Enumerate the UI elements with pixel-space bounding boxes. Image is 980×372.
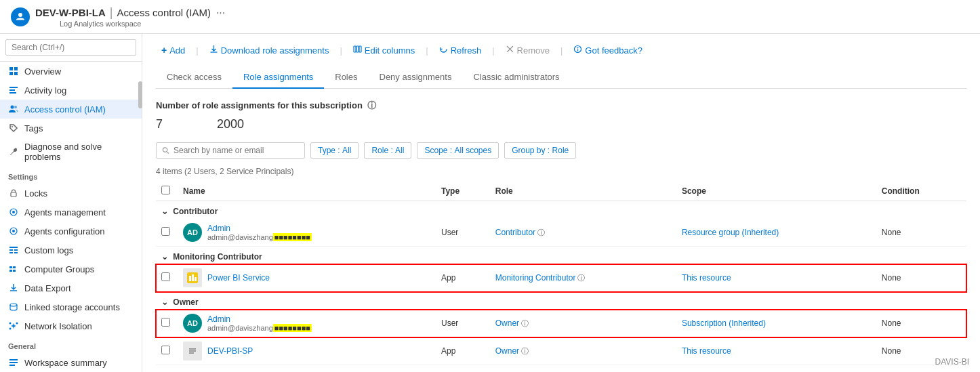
resource-name: DEV-W-PBI-LA [35,7,106,18]
svg-point-29 [9,328,12,330]
search-icon [162,146,169,154]
row-name-powerbi[interactable]: Power BI Service [207,273,270,283]
svg-rect-23 [9,270,12,272]
role-label: Role : [371,146,392,155]
tab-roles[interactable]: Roles [324,66,368,89]
row-checkbox[interactable] [161,227,170,236]
add-button[interactable]: + Add [156,42,190,58]
filter-search-box[interactable] [156,142,305,159]
search-input[interactable] [5,39,136,56]
row-condition: None [876,219,966,247]
role-link-powerbi[interactable]: Monitoring Contributor [495,273,576,283]
svg-point-44 [163,148,167,152]
sidebar-item-data-export[interactable]: Data Export [0,278,142,297]
svg-rect-31 [9,362,18,363]
role-link-sp[interactable]: Owner [495,346,519,356]
select-all-checkbox[interactable] [161,186,170,194]
role-link-admin[interactable]: Owner [495,318,519,328]
scope-link-powerbi[interactable]: This resource [682,273,731,283]
header-separator: | [110,5,113,20]
sidebar-item-tags[interactable]: Tags [0,119,142,138]
sidebar-item-locks[interactable]: Locks [0,184,142,203]
group-owner: ⌄ Owner [156,292,966,310]
row-condition-admin: None [876,310,966,337]
sidebar-item-agents-mgmt[interactable]: Agents management [0,203,142,222]
group-monitoring-contributor: ⌄ Monitoring Contributor [156,247,966,265]
svg-point-13 [12,211,15,213]
tab-deny-assignments[interactable]: Deny assignments [369,66,463,89]
chevron-contributor: ⌄ [161,207,168,216]
tab-check-access[interactable]: Check access [156,66,232,89]
row-checkbox-powerbi[interactable] [161,272,170,281]
svg-point-27 [9,323,12,325]
summary-current: 7 [156,117,163,131]
scope-link-admin[interactable]: Subscription (Inherited) [682,318,766,328]
row-checkbox-admin[interactable] [161,318,170,327]
sidebar-activity-label: Activity log [24,85,66,96]
sidebar-iam-label: Access control (IAM) [24,104,106,115]
svg-point-15 [12,230,15,232]
refresh-button[interactable]: Refresh [434,42,487,58]
remove-button[interactable]: Remove [500,42,555,58]
more-button[interactable]: ··· [216,7,225,19]
role-filter[interactable]: Role : All [364,142,411,159]
toolbar: + Add | Download role assignments | Edit… [156,42,966,58]
role-link[interactable]: Contributor [495,228,535,237]
group-contributor: ⌄ Contributor [156,201,966,220]
scope-link[interactable]: Resource group (Inherited) [682,228,779,237]
avatar-admin: AD [183,314,202,333]
tab-role-assignments[interactable]: Role assignments [232,66,324,89]
tab-classic-admins[interactable]: Classic administrators [462,66,570,89]
scope-link-sp[interactable]: This resource [682,346,731,356]
page-title: Access control (IAM) [117,7,211,18]
lock-icon [8,188,19,199]
col-scope: Scope [676,182,876,201]
sidebar-computer-groups-label: Computer Groups [24,264,94,274]
sidebar-network-isolation-label: Network Isolation [24,321,92,331]
feedback-icon [573,45,582,56]
export-icon [8,283,19,293]
table-row: AD Admin admin@daviszhang■■■■■■■■ User C… [156,219,966,247]
download-button[interactable]: Download role assignments [204,42,335,58]
sidebar-agents-config-label: Agents configuration [24,226,105,236]
row-type-admin: User [436,310,490,337]
highlighted-email-1: ■■■■■■■■ [273,233,312,241]
row-checkbox-sp[interactable] [161,346,170,354]
svg-rect-17 [9,249,13,251]
scope-filter[interactable]: Scope : All scopes [417,142,499,159]
summary-label-text: Number of role assignments for this subs… [156,100,363,110]
edit-columns-button[interactable]: Edit columns [348,42,420,58]
sidebar-item-diagnose[interactable]: Diagnose and solve problems [0,138,142,166]
agents-mgmt-icon [8,207,19,218]
row-name-admin[interactable]: Admin [207,314,312,324]
row-name-main[interactable]: Admin [207,224,312,233]
svg-point-9 [14,106,17,108]
sidebar-item-custom-logs[interactable]: Custom logs [0,241,142,260]
row-name-sp[interactable]: DEV-PBI-SP [207,346,253,356]
sidebar-item-overview[interactable]: Overview [0,62,142,81]
sidebar-scrollbar[interactable] [138,75,142,372]
network-icon [8,321,19,331]
groupby-filter[interactable]: Group by : Role [504,142,576,159]
sidebar-item-computer-groups[interactable]: Computer Groups [0,260,142,278]
sidebar-item-agents-config[interactable]: Agents configuration [0,222,142,241]
feedback-button[interactable]: Got feedback? [568,42,648,58]
search-by-name-input[interactable] [173,146,299,155]
sidebar-item-network-isolation[interactable]: Network Isolation [0,316,142,335]
sidebar-search-wrapper[interactable] [0,34,142,62]
sidebar-item-workspace-summary[interactable]: Workspace summary [0,353,142,372]
sidebar-item-access-control[interactable]: Access control (IAM) [0,100,142,119]
type-filter[interactable]: Type : All [310,142,359,159]
col-checkbox [156,182,178,201]
sidebar-item-activity-log[interactable]: Activity log [0,81,142,100]
sidebar-item-linked-storage[interactable]: Linked storage accounts [0,297,142,316]
sep4: | [492,45,494,56]
tabs: Check access Role assignments Roles Deny… [156,66,966,89]
svg-rect-43 [577,49,578,51]
svg-rect-19 [9,252,13,253]
highlighted-email-2: ■■■■■■■■ [273,324,312,332]
filters: Type : All Role : All Scope : All scopes… [156,142,966,159]
row-scope-sp: This resource [676,337,876,365]
scope-value: All scopes [454,146,491,155]
main-layout: Overview Activity log Access control (IA… [0,34,980,372]
